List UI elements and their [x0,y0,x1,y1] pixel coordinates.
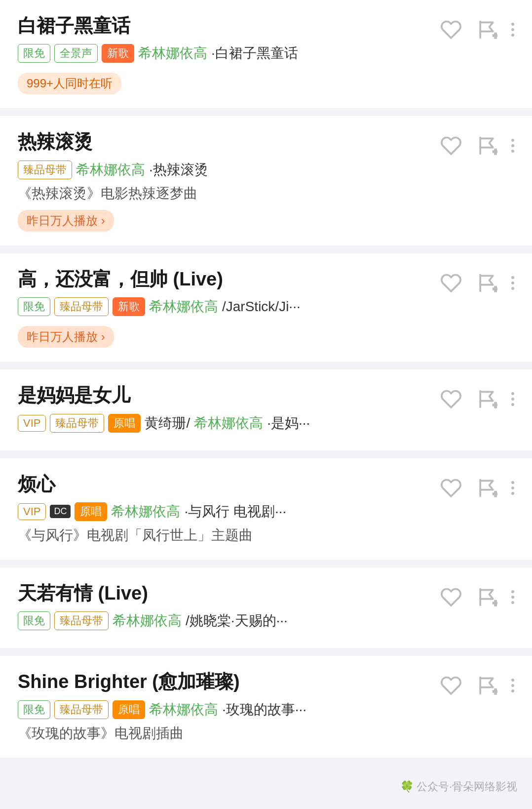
badge-zhipin: 臻品母带 [54,611,109,630]
svg-text:+: + [493,400,497,410]
song-info: 烦心VIPDC原唱希林娜依高·与风行 电视剧···《与风行》电视剧「凤行世上」主… [18,472,430,546]
artist-text: /JarStick/Ji··· [222,299,301,315]
song-title: 是妈妈是女儿 [18,383,430,407]
song-actions: + [440,472,514,499]
artist-text: ·与风行 电视剧··· [184,502,286,521]
badge-zhipin: 臻品母带 [54,297,109,316]
artist-text: /姚晓棠·天赐的··· [186,611,288,630]
badge-vip: VIP [18,415,46,432]
badge-zhipin: 臻品母带 [50,414,104,433]
song-tag-pill[interactable]: 999+人同时在听 [18,73,121,94]
badge-xinge: 新歌 [113,297,145,316]
song-sub-text: 《热辣滚烫》电影热辣逐梦曲 [18,183,430,204]
more-options-icon[interactable] [511,590,514,604]
song-info: Shine Brighter (愈加璀璨)限免臻品母带原唱希林娜依高·玫瑰的故事… [18,670,430,743]
heart-icon[interactable] [440,19,462,40]
song-actions: + [440,130,514,157]
song-tag-pill[interactable]: 昨日万人播放 › [18,326,114,348]
song-title: Shine Brighter (愈加璀璨) [18,670,430,694]
heart-icon[interactable] [440,477,462,499]
artist-link[interactable]: 希林娜依高 [76,161,145,179]
badge-yuanchang: 原唱 [113,700,145,719]
song-item-6: 天若有情 (Live)限免臻品母带希林娜依高/姚晓棠·天赐的··· + [0,567,532,648]
add-to-playlist-icon[interactable]: + [476,135,497,157]
badge-xianmian: 限免 [18,611,50,630]
watermark: 🍀 公众号·骨朵网络影视 [400,779,517,794]
song-title: 天若有情 (Live) [18,581,430,606]
song-meta-row: 限免臻品母带原唱希林娜依高·玫瑰的故事··· [18,700,430,719]
song-info: 高，还没富，但帅 (Live)限免臻品母带新歌希林娜依高/JarStick/Ji… [18,267,430,348]
song-title: 热辣滚烫 [18,130,430,154]
heart-icon[interactable] [440,586,462,608]
svg-text:+: + [493,598,497,608]
song-item-7: Shine Brighter (愈加璀璨)限免臻品母带原唱希林娜依高·玫瑰的故事… [0,656,532,757]
song-sub-text: 《玫瑰的故事》电视剧插曲 [18,723,430,744]
song-title: 高，还没富，但帅 (Live) [18,267,430,291]
more-options-icon[interactable] [511,139,514,153]
add-to-playlist-icon[interactable]: + [476,675,497,696]
song-meta-row: 限免臻品母带希林娜依高/姚晓棠·天赐的··· [18,611,430,630]
song-item-3: 高，还没富，但帅 (Live)限免臻品母带新歌希林娜依高/JarStick/Ji… [0,253,532,362]
add-to-playlist-icon[interactable]: + [476,586,497,608]
svg-text:+: + [493,283,497,294]
heart-icon[interactable] [440,272,462,294]
add-to-playlist-icon[interactable]: + [476,272,497,294]
song-meta-row: VIP臻品母带原唱黄绮珊/希林娜依高·是妈··· [18,414,430,433]
song-actions: + [440,267,514,294]
badge-xianmian: 限免 [18,297,50,316]
song-title: 烦心 [18,472,430,496]
badge-zhipin: 臻品母带 [18,161,72,179]
badge-xinge: 新歌 [102,44,134,63]
song-meta-row: 限免臻品母带新歌希林娜依高/JarStick/Ji··· [18,297,430,316]
artist-link[interactable]: 希林娜依高 [113,611,182,630]
badge-xianmian: 限免 [18,700,50,719]
svg-text:+: + [493,488,497,499]
artist-text: ·是妈··· [267,414,310,433]
song-item-2: 热辣滚烫臻品母带希林娜依高·热辣滚烫《热辣滚烫》电影热辣逐梦曲昨日万人播放 › … [0,116,532,245]
heart-icon[interactable] [440,675,462,696]
song-meta-row: 限免全景声新歌希林娜依高·白裙子黑童话 [18,44,430,63]
song-info: 热辣滚烫臻品母带希林娜依高·热辣滚烫《热辣滚烫》电影热辣逐梦曲昨日万人播放 › [18,130,430,231]
artist-prefix: 黄绮珊/ [145,414,190,433]
badge-yuanchang: 原唱 [75,502,107,521]
add-to-playlist-icon[interactable]: + [476,19,497,40]
song-actions: + [440,670,514,696]
artist-link[interactable]: 希林娜依高 [138,44,207,63]
more-options-icon[interactable] [511,481,514,495]
more-options-icon[interactable] [511,276,514,290]
artist-link[interactable]: 希林娜依高 [149,297,218,316]
artist-text: ·白裙子黑童话 [211,44,298,63]
heart-icon[interactable] [440,135,462,157]
artist-text: ·热辣滚烫 [149,161,208,179]
song-info: 白裙子黑童话限免全景声新歌希林娜依高·白裙子黑童话999+人同时在听 [18,14,430,94]
song-sub-text: 《与风行》电视剧「凤行世上」主题曲 [18,525,430,546]
song-title: 白裙子黑童话 [18,14,430,38]
song-item-4: 是妈妈是女儿VIP臻品母带原唱黄绮珊/希林娜依高·是妈··· + [0,369,532,450]
heart-icon[interactable] [440,388,462,410]
more-options-icon[interactable] [511,392,514,406]
more-options-icon[interactable] [511,679,514,692]
song-info: 天若有情 (Live)限免臻品母带希林娜依高/姚晓棠·天赐的··· [18,581,430,634]
artist-text: ·玫瑰的故事··· [222,700,306,719]
song-actions: + [440,383,514,410]
more-options-icon[interactable] [511,23,514,37]
artist-link[interactable]: 希林娜依高 [111,502,180,521]
song-meta-row: 臻品母带希林娜依高·热辣滚烫 [18,161,430,179]
song-item-5: 烦心VIPDC原唱希林娜依高·与风行 电视剧···《与风行》电视剧「凤行世上」主… [0,458,532,560]
add-to-playlist-icon[interactable]: + [476,477,497,499]
badge-vip: VIP [18,503,46,520]
watermark-icon: 🍀 [400,780,414,793]
artist-link[interactable]: 希林娜依高 [194,414,263,433]
badge-xianmian: 限免 [18,44,50,63]
add-to-playlist-icon[interactable]: + [476,388,497,410]
song-item-1: 白裙子黑童话限免全景声新歌希林娜依高·白裙子黑童话999+人同时在听 + [0,0,532,108]
badge-dolby: DC [50,505,71,518]
song-info: 是妈妈是女儿VIP臻品母带原唱黄绮珊/希林娜依高·是妈··· [18,383,430,436]
song-list: 白裙子黑童话限免全景声新歌希林娜依高·白裙子黑童话999+人同时在听 + 热辣滚… [0,0,532,758]
badge-quanjing: 全景声 [54,44,98,63]
song-actions: + [440,581,514,608]
song-tag-pill[interactable]: 昨日万人播放 › [18,210,114,232]
artist-link[interactable]: 希林娜依高 [149,700,218,719]
svg-text:+: + [493,147,497,157]
song-actions: + [440,14,514,40]
